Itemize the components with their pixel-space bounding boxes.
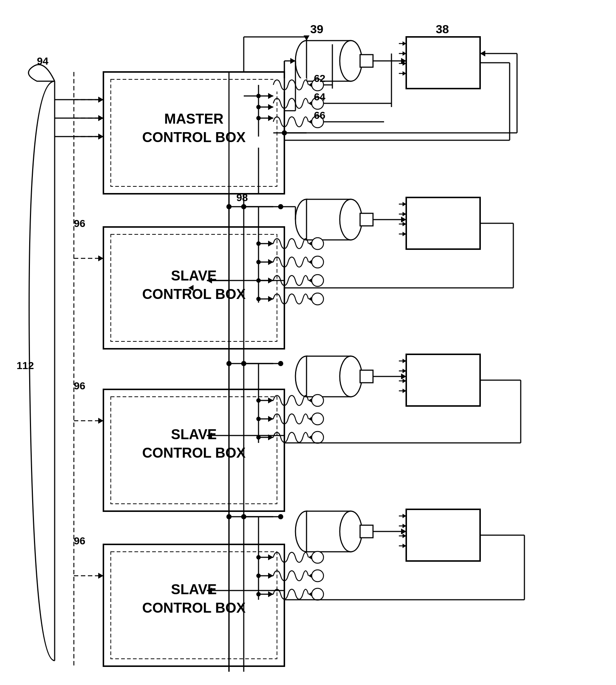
svg-point-87 — [312, 588, 324, 600]
label-38: 38 — [436, 23, 449, 36]
svg-point-43 — [312, 238, 324, 249]
svg-point-31 — [340, 199, 362, 240]
svg-rect-33 — [406, 197, 480, 249]
label-96-2: 96 — [74, 380, 85, 392]
svg-point-158 — [256, 241, 261, 246]
svg-point-71 — [340, 511, 362, 552]
label-96-1: 96 — [74, 218, 85, 229]
label-96-3: 96 — [74, 535, 85, 547]
svg-point-173 — [256, 417, 261, 421]
slave-control-box-1-label: SLAVE — [171, 268, 217, 283]
svg-point-66 — [312, 413, 324, 425]
label-66: 66 — [314, 110, 325, 121]
svg-point-187 — [256, 592, 261, 596]
label-112: 112 — [17, 360, 34, 371]
svg-point-107 — [256, 116, 261, 120]
diagram-container: 39 38 62 64 66 94 96 96 96 98 112 MASTER… — [0, 0, 616, 685]
svg-rect-54 — [406, 354, 480, 406]
svg-point-83 — [312, 551, 324, 563]
slave-control-box-3-label2: CONTROL BOX — [142, 600, 246, 616]
svg-rect-32 — [360, 213, 373, 226]
label-64: 64 — [314, 91, 326, 103]
slave-control-box-1-label2: CONTROL BOX — [142, 286, 246, 302]
svg-point-161 — [256, 297, 261, 301]
svg-rect-12 — [360, 55, 373, 67]
label-39: 39 — [310, 23, 324, 36]
svg-point-45 — [312, 256, 324, 268]
svg-point-68 — [312, 431, 324, 443]
label-94: 94 — [37, 55, 49, 67]
svg-point-85 — [312, 570, 324, 582]
svg-point-177 — [278, 514, 283, 519]
slave-control-box-2-label: SLAVE — [171, 427, 217, 442]
svg-point-159 — [256, 260, 261, 264]
svg-rect-53 — [360, 370, 373, 383]
slave-control-box-2-label2: CONTROL BOX — [142, 445, 246, 461]
svg-point-106 — [256, 105, 261, 109]
svg-rect-73 — [406, 509, 480, 561]
svg-point-52 — [340, 356, 362, 397]
svg-rect-72 — [360, 525, 373, 538]
svg-point-185 — [256, 555, 261, 560]
svg-point-164 — [278, 361, 283, 366]
svg-point-186 — [256, 574, 261, 578]
master-control-box-label2: CONTROL BOX — [142, 130, 246, 145]
svg-rect-13 — [406, 37, 480, 89]
svg-point-64 — [312, 395, 324, 406]
label-98: 98 — [236, 192, 248, 203]
svg-point-47 — [312, 275, 324, 286]
svg-point-172 — [256, 398, 261, 403]
svg-point-11 — [340, 41, 362, 81]
label-62: 62 — [314, 73, 325, 84]
svg-point-49 — [312, 293, 324, 305]
svg-point-105 — [256, 94, 261, 98]
master-control-box-label: MASTER — [164, 111, 223, 127]
slave-control-box-3-label: SLAVE — [171, 582, 217, 597]
